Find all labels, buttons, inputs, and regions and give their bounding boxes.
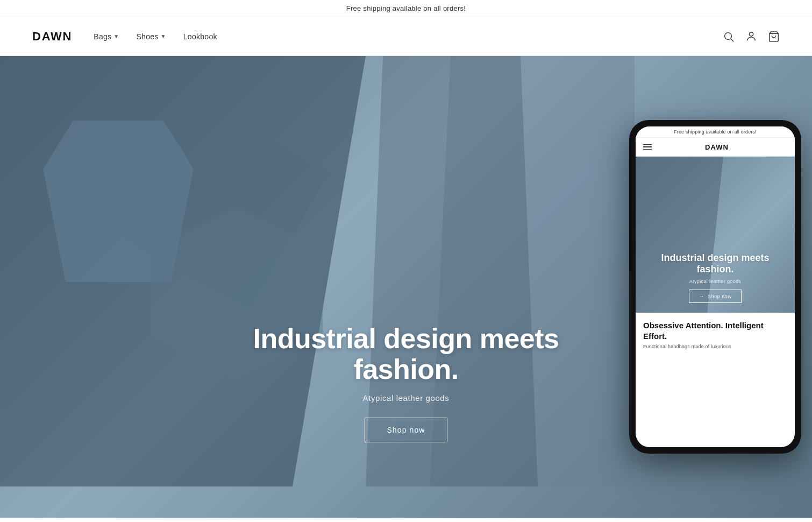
person-icon	[745, 31, 757, 43]
phone-bottom-title: Obsessive Attention. Intelligent Effort.	[643, 320, 787, 341]
header-left: DAWN Bags ▼ Shoes ▼ Lookbook	[32, 30, 217, 44]
hero-section: Industrial design meets fashion. Atypica…	[0, 56, 812, 518]
hero-title: Industrial design meets fashion.	[218, 323, 594, 385]
announcement-text: Free shipping available on all orders!	[346, 4, 466, 12]
svg-point-2	[749, 32, 753, 36]
phone-shop-now-button[interactable]: → Shop now	[689, 290, 742, 303]
phone-header: DAWN	[636, 138, 795, 157]
bottom-section: Obsessive Attention. Intelligent Effort.	[0, 518, 812, 522]
cart-icon	[768, 31, 780, 43]
phone-menu-button[interactable]	[643, 144, 652, 150]
phone-bottom-subtitle: Functional handbags made of luxurious	[643, 344, 787, 349]
phone-hero-subtitle: Atypical leather goods	[642, 279, 788, 284]
site-logo[interactable]: DAWN	[32, 30, 72, 44]
menu-line-1	[643, 144, 652, 145]
search-button[interactable]	[723, 31, 735, 43]
nav-item-bags[interactable]: Bags ▼	[94, 32, 119, 41]
phone-announcement-text: Free shipping available on all orders!	[674, 129, 757, 135]
phone-mockup: Free shipping available on all orders! D…	[629, 120, 801, 454]
nav-item-shoes[interactable]: Shoes ▼	[136, 32, 166, 41]
chevron-down-icon: ▼	[161, 33, 166, 39]
chevron-down-icon: ▼	[113, 33, 119, 39]
menu-line-3	[643, 149, 652, 150]
hero-subtitle: Atypical leather goods	[218, 393, 594, 403]
phone-screen: Free shipping available on all orders! D…	[636, 126, 795, 447]
search-icon	[723, 31, 735, 43]
phone-hero-title: Industrial design meets fashion.	[642, 252, 788, 276]
svg-point-0	[725, 32, 732, 39]
arrow-right-icon: →	[699, 293, 705, 299]
account-button[interactable]	[745, 31, 757, 43]
menu-line-2	[643, 146, 652, 147]
header-icons	[723, 31, 780, 43]
phone-logo: DAWN	[705, 143, 729, 151]
hero-shop-now-button[interactable]: Shop now	[365, 418, 447, 442]
site-header: DAWN Bags ▼ Shoes ▼ Lookbook	[0, 17, 812, 56]
main-nav: Bags ▼ Shoes ▼ Lookbook	[94, 32, 217, 41]
cart-button[interactable]	[768, 31, 780, 43]
phone-announcement-bar: Free shipping available on all orders!	[636, 126, 795, 138]
phone-bottom-section: Obsessive Attention. Intelligent Effort.…	[636, 313, 795, 355]
nav-item-lookbook[interactable]: Lookbook	[183, 32, 217, 41]
phone-header-icons	[782, 142, 787, 152]
phone-hero-content: Industrial design meets fashion. Atypica…	[636, 252, 795, 303]
phone-shop-now-label: Shop now	[708, 294, 731, 299]
phone-hero-area: Industrial design meets fashion. Atypica…	[636, 157, 795, 313]
announcement-bar: Free shipping available on all orders!	[0, 0, 812, 17]
hero-content: Industrial design meets fashion. Atypica…	[218, 323, 594, 442]
svg-line-1	[731, 39, 733, 41]
